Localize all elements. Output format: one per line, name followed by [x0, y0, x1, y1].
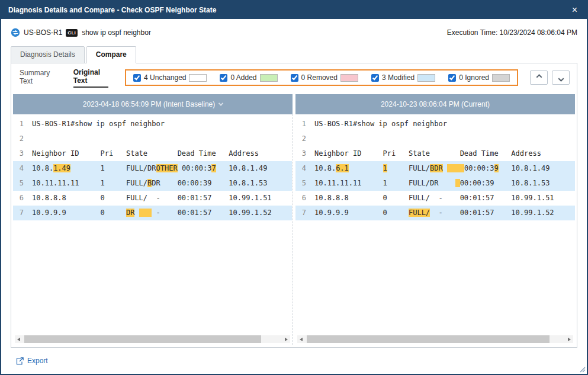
view-mode-original-text[interactable]: Original Text [73, 68, 108, 88]
diff-line-5: 510.11.11.11 1 FULL/DR 00:00:39 10.8.1.5… [295, 176, 575, 191]
diff-line-4: 410.8.6.1 1 FULL/BDR 00:00:39 10.8.1.49 [295, 161, 575, 176]
line-text: 10.9.9.9 0 DR - 00:01:57 10.99.1.52 [32, 206, 272, 220]
scroll-right-icon[interactable] [282, 335, 290, 343]
tab-compare[interactable]: Compare [86, 46, 136, 63]
unchanged-checkbox[interactable] [133, 74, 141, 82]
diff-line-1: 1US-BOS-R1#show ip ospf neighbor [295, 117, 575, 132]
scroll-left-icon[interactable] [297, 335, 305, 343]
modified-checkbox[interactable] [371, 74, 379, 82]
legend-item-removed[interactable]: 0 Removed [291, 73, 358, 82]
added-label: 0 Added [230, 73, 256, 82]
diff-highlight: FULL/ [409, 209, 430, 217]
baseline-column-header[interactable]: 2023-04-18 06:54:09 PM (Intent Baseline) [13, 94, 293, 114]
legend-item-unchanged[interactable]: 4 Unchanged [133, 73, 207, 82]
legend-item-added[interactable]: 0 Added [220, 73, 277, 82]
diff-line-2: 2 [295, 132, 575, 146]
baseline-scrollbar-thumb[interactable] [24, 335, 261, 343]
line-number: 5 [295, 176, 314, 191]
line-number: 7 [295, 206, 314, 220]
diff-line-7: 710.9.9.9 0 DR - 00:01:57 10.99.1.52 [13, 206, 292, 220]
line-text: US-BOS-R1#show ip ospf neighbor [314, 117, 447, 132]
unchanged-swatch [189, 74, 207, 82]
baseline-header-label: 2023-04-18 06:54:09 PM (Intent Baseline) [83, 100, 215, 108]
modified-swatch [417, 74, 435, 82]
compare-panel: Summary Text Original Text 4 Unchanged 0… [11, 63, 577, 348]
line-number: 4 [295, 161, 314, 176]
modified-label: 3 Modified [382, 73, 415, 82]
line-number: 6 [13, 191, 32, 206]
line-number: 4 [13, 161, 32, 176]
current-header-label: 2024-10-23 08:06:04 PM (Current) [381, 100, 490, 108]
line-number: 1 [295, 117, 314, 132]
diff-navigation [530, 70, 570, 85]
diff-line-1: 1US-BOS-R1#show ip ospf neighbor [13, 117, 292, 132]
diagnosis-compare-dialog: Diagnosis Details and Compare - Check OS… [0, 0, 588, 375]
view-mode-summary-text[interactable]: Summary Text [20, 69, 57, 87]
scroll-left-icon[interactable] [15, 335, 23, 343]
line-number: 5 [13, 176, 32, 191]
export-button[interactable]: Export [15, 357, 48, 366]
line-text: 10.8.8.8 0 FULL/ - 00:01:57 10.99.1.51 [32, 191, 272, 206]
baseline-horizontal-scrollbar[interactable] [15, 335, 290, 343]
dropdown-caret-icon[interactable] [219, 101, 223, 105]
added-swatch [260, 74, 278, 82]
line-text: US-BOS-R1#show ip ospf neighbor [32, 117, 165, 132]
device-row: US-BOS-R1 CLI show ip ospf neighbor Exec… [11, 26, 577, 39]
scroll-right-icon[interactable] [565, 335, 573, 343]
tab-bar: Diagnosis Details Compare [11, 46, 577, 63]
current-column-header: 2024-10-23 08:06:04 PM (Current) [295, 94, 575, 114]
export-label: Export [27, 357, 48, 365]
unchanged-label: 4 Unchanged [144, 73, 186, 82]
diff-highlight [447, 164, 464, 172]
diff-highlight [139, 209, 152, 217]
line-text: 10.9.9.9 0 FULL/ - 00:01:57 10.99.1.52 [314, 206, 554, 220]
diff-line-6: 610.8.8.8 0 FULL/ - 00:01:57 10.99.1.51 [13, 191, 292, 206]
line-text: 10.8.8.8 0 FULL/ - 00:01:57 10.99.1.51 [314, 191, 554, 206]
previous-diff-button[interactable] [530, 70, 548, 85]
diff-highlight: 9 [494, 164, 499, 172]
line-number: 1 [13, 117, 32, 132]
diff-legend: 4 Unchanged 0 Added 0 Removed 3 Modified [125, 69, 518, 86]
diff-line-6: 610.8.8.8 0 FULL/ - 00:01:57 10.99.1.51 [295, 191, 575, 206]
diff-highlight [455, 179, 460, 187]
cli-badge: CLI [66, 29, 78, 37]
line-text: 10.11.11.11 1 FULL/DR 00:00:39 10.8.1.53 [314, 176, 550, 191]
close-icon[interactable]: × [570, 4, 580, 16]
resize-handle[interactable] [579, 366, 586, 373]
diff-line-2: 2 [13, 132, 292, 146]
line-number: 2 [13, 132, 32, 146]
dialog-titlebar: Diagnosis Details and Compare - Check OS… [1, 1, 587, 19]
dialog-title: Diagnosis Details and Compare - Check OS… [8, 6, 216, 14]
removed-checkbox[interactable] [291, 74, 298, 82]
device-name: US-BOS-R1 [24, 28, 62, 37]
legend-item-ignored[interactable]: 0 Ignored [448, 73, 510, 82]
current-horizontal-scrollbar[interactable] [297, 335, 573, 343]
chevron-down-icon [558, 75, 564, 81]
next-diff-button[interactable] [552, 70, 570, 85]
legend-item-modified[interactable]: 3 Modified [371, 73, 435, 82]
compare-toolbar: Summary Text Original Text 4 Unchanged 0… [11, 63, 577, 89]
line-text: 10.11.11.11 1 FULL/BDR 00:00:39 10.8.1.5… [32, 176, 267, 191]
diff-highlight: 1 [383, 164, 387, 172]
added-checkbox[interactable] [220, 74, 227, 82]
tab-diagnosis-details[interactable]: Diagnosis Details [11, 46, 85, 63]
baseline-column: 2023-04-18 06:54:09 PM (Intent Baseline)… [13, 94, 293, 345]
diff-view: 2023-04-18 06:54:09 PM (Intent Baseline)… [11, 89, 577, 347]
ignored-swatch [492, 74, 510, 82]
current-scrollbar-thumb[interactable] [307, 335, 550, 343]
dialog-footer: Export [1, 348, 587, 374]
line-number: 7 [13, 206, 32, 220]
command-text: show ip ospf neighbor [82, 28, 151, 37]
diff-highlight: OTHER [156, 164, 178, 172]
ignored-checkbox[interactable] [448, 74, 456, 82]
diff-line-7: 710.9.9.9 0 FULL/ - 00:01:57 10.99.1.52 [295, 206, 575, 220]
export-icon [15, 357, 24, 366]
line-text: 10.8.6.1 1 FULL/BDR 00:00:39 10.8.1.49 [314, 161, 550, 176]
line-text: Neighbor ID Pri State Dead Time Address [32, 146, 259, 161]
diff-right-body: 1US-BOS-R1#show ip ospf neighbor23Neighb… [295, 114, 575, 333]
removed-label: 0 Removed [301, 73, 338, 82]
execution-time: Execution Time: 10/23/2024 08:06:04 PM [447, 28, 577, 37]
chevron-up-icon [536, 74, 542, 80]
diff-line-3: 3Neighbor ID Pri State Dead Time Address [295, 146, 575, 161]
line-number: 6 [295, 191, 314, 206]
